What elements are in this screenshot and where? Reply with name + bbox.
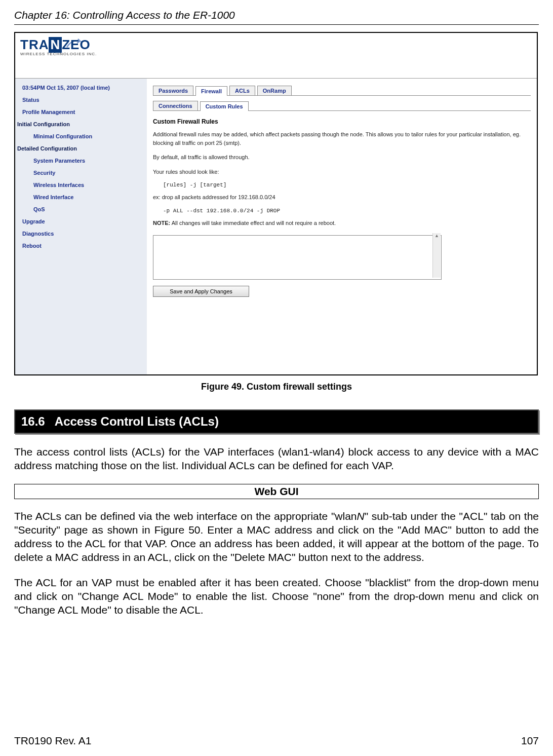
footer-right: 107 (521, 735, 539, 747)
sidebar-item-security[interactable]: Security (15, 167, 147, 179)
section-title: Access Control Lists (ACLs) (55, 414, 219, 428)
panel-p2: By default, all traffic is allowed throu… (153, 153, 531, 162)
sidebar-item-diagnostics[interactable]: Diagnostics (15, 228, 147, 240)
section-heading-bar: 16.6 Access Control Lists (ACLs) (14, 409, 539, 434)
sidebar-item-profile[interactable]: Profile Management (15, 106, 147, 118)
scrollbar-icon[interactable] (432, 233, 441, 278)
webgui-heading: Web GUI (14, 484, 539, 499)
section-number: 16.6 (21, 414, 45, 428)
sidebar-item-status[interactable]: Status (15, 94, 147, 106)
sidebar-item-qos[interactable]: QoS (15, 203, 147, 215)
panel-heading: Custom Firewall Rules (153, 118, 531, 125)
para-3: The ACL for an VAP must be enabled after… (14, 576, 539, 617)
para-2: The ACLs can be defined via the web inte… (14, 509, 539, 564)
figure-caption: Figure 49. Custom firewall settings (14, 382, 539, 392)
chapter-header: Chapter 16: Controlling Access to the ER… (14, 9, 539, 25)
note-text: All changes will take immediate effect a… (170, 220, 336, 226)
screenshot-container: TRANZEO WIRELESS TECHNOLOGIES INC. 03:54… (14, 32, 538, 375)
note-label: NOTE: (153, 220, 170, 226)
panel-p1: Additional firewall rules may be added, … (153, 130, 531, 147)
tab-firewall[interactable]: Firewall (195, 86, 227, 96)
tab-onramp[interactable]: OnRamp (257, 86, 292, 95)
sidebar-group-initial[interactable]: Initial Configuration (15, 118, 147, 130)
sidebar-group-detailed[interactable]: Detailed Configuration (15, 142, 147, 155)
sidebar: 03:54PM Oct 15, 2007 (local time) Status… (15, 79, 147, 374)
panel-p3: Your rules should look like: (153, 168, 531, 176)
panel-p4: ex: drop all packets addressed for 192.1… (153, 193, 531, 202)
tab-row-sub: Connections Custom Rules (153, 98, 531, 111)
para-1: The access control lists (ACLs) for the … (14, 445, 539, 473)
tab-connections[interactable]: Connections (153, 101, 198, 110)
main-panel: Passwords Firewall ACLs OnRamp Connectio… (147, 79, 537, 374)
panel-code2: -p ALL --dst 192.168.0.0/24 -j DROP (163, 208, 531, 214)
sidebar-item-sysparams[interactable]: System Parameters (15, 155, 147, 167)
logo-area: TRANZEO WIRELESS TECHNOLOGIES INC. (15, 33, 537, 79)
para2-a: The ACLs can be defined via the web inte… (14, 510, 357, 522)
tab-row-top: Passwords Firewall ACLs OnRamp (153, 83, 531, 96)
sidebar-item-time[interactable]: 03:54PM Oct 15, 2007 (local time) (15, 82, 147, 94)
para2-n: N (357, 510, 365, 522)
tab-acls[interactable]: ACLs (229, 86, 255, 95)
panel-code1: [rules] -j [target] (163, 182, 531, 188)
sidebar-item-wired[interactable]: Wired Interface (15, 191, 147, 203)
sidebar-item-minimal[interactable]: Minimal Configuration (15, 130, 147, 142)
sidebar-item-wireless[interactable]: Wireless Interfaces (15, 179, 147, 191)
page-footer: TR0190 Rev. A1 107 (14, 735, 539, 747)
footer-left: TR0190 Rev. A1 (14, 735, 92, 747)
tab-passwords[interactable]: Passwords (153, 86, 193, 95)
logo-text: TRANZEO (20, 37, 532, 53)
save-apply-button[interactable]: Save and Apply Changes (153, 286, 249, 297)
sidebar-item-upgrade[interactable]: Upgrade (15, 215, 147, 228)
rules-textarea[interactable] (153, 235, 442, 280)
tab-custom-rules[interactable]: Custom Rules (200, 101, 249, 111)
panel-note: NOTE: All changes will take immediate ef… (153, 219, 531, 228)
sidebar-item-reboot[interactable]: Reboot (15, 240, 147, 252)
